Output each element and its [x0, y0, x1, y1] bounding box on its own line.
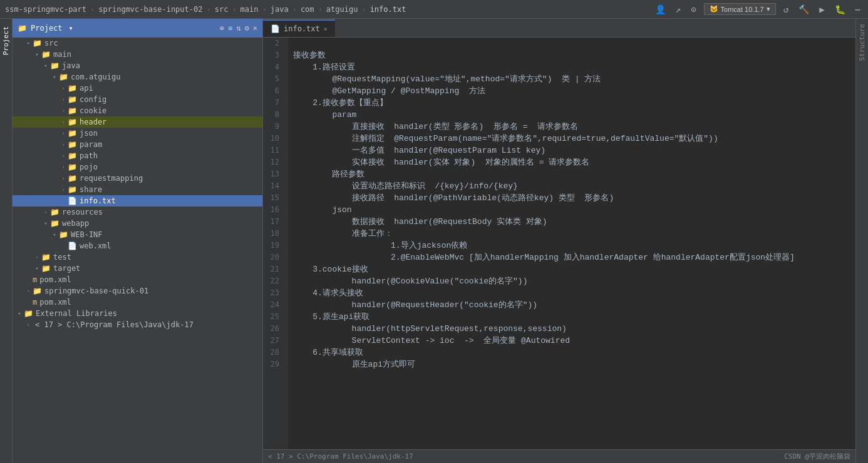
- tree-arrow: ▾: [15, 310, 24, 317]
- tree-item-WEB_INF[interactable]: ▾📁WEB-INF: [13, 229, 262, 240]
- tree-item-info_txt[interactable]: 📄info.txt: [13, 195, 262, 206]
- tree-item-label: target: [53, 264, 80, 273]
- toolbar-close-icon[interactable]: ×: [253, 24, 257, 33]
- tab-close-icon[interactable]: ×: [324, 26, 328, 33]
- code-line-16: json: [293, 204, 850, 216]
- tree-arrow: ›: [59, 153, 68, 159]
- code-line-15: 接收路径 handler(@PathVariable(动态路径key) 类型 形…: [293, 192, 850, 204]
- tree-item-webapp[interactable]: ▾📁webapp: [13, 218, 262, 229]
- bottom-bar: < 17 > C:\Program Files\Java\jdk-17 CSDN…: [263, 449, 855, 463]
- tree-item-label: path: [80, 151, 98, 160]
- tree-item-pom_xml[interactable]: mpom.xml: [13, 297, 262, 308]
- breadcrumb-item-6: com: [301, 5, 314, 14]
- toolbar-settings-icon[interactable]: ⚙: [245, 24, 249, 33]
- folder-icon: 📁: [50, 61, 59, 70]
- line-number-19: 19: [263, 240, 283, 252]
- tree-item-External_Libraries[interactable]: ▾📁External Libraries: [13, 308, 262, 319]
- tree-item-label: pojo: [80, 163, 98, 171]
- tree-item-pom_xml[interactable]: mpom.xml: [13, 274, 262, 285]
- tab-info-txt[interactable]: 📄 info.txt ×: [263, 19, 335, 37]
- line-number-24: 24: [263, 299, 283, 311]
- tree-item-main[interactable]: ▾📁main: [13, 49, 262, 60]
- line-number-29: 29: [263, 359, 283, 370]
- tree-item-__17___C__Program_Files_Java_jdk_17[interactable]: ‹< 17 > C:\Program Files\Java\jdk-17: [13, 319, 262, 330]
- tree-item-com_atguigu[interactable]: ▾📁com.atguigu: [13, 71, 262, 83]
- project-panel: 📁 Project ▾ ⊕ ≡ ⇅ ⚙ × ▾📁src▾📁main▾📁java▾…: [13, 19, 263, 463]
- tree-item-springmvc_base_quick_01[interactable]: ›📁springmvc-base-quick-01: [13, 285, 262, 297]
- code-line-17: 数据接收 handler(@RequestBody 实体类 对象): [293, 216, 850, 228]
- vcs-icon[interactable]: ↗: [673, 3, 683, 16]
- line-number-28: 28: [263, 347, 283, 359]
- tree-item-api[interactable]: ›📁api: [13, 83, 262, 94]
- run-icon[interactable]: ▶: [817, 3, 827, 16]
- tree-item-path[interactable]: ›📁path: [13, 150, 262, 161]
- folder-icon-header: 📁: [18, 24, 27, 33]
- tree-item-label: main: [53, 50, 71, 59]
- tab-file-icon: 📄: [271, 24, 280, 33]
- tree-arrow: ›: [41, 209, 50, 215]
- tree-item-config[interactable]: ›📁config: [13, 94, 262, 105]
- top-bar: ssm-springmvc-part › springmvc-base-inpu…: [0, 0, 868, 19]
- tree-item-label: resources: [62, 208, 103, 216]
- line-number-6: 6: [263, 85, 283, 97]
- tree-arrow: ▾: [33, 51, 41, 58]
- tree-item-json[interactable]: ›📁json: [13, 128, 262, 139]
- tree-item-pojo[interactable]: ›📁pojo: [13, 161, 262, 173]
- tree-item-share[interactable]: ›📁share: [13, 184, 262, 195]
- code-line-9: 直接接收 handler(类型 形参名) 形参名 = 请求参数名: [293, 121, 850, 133]
- person-icon[interactable]: 👤: [653, 3, 668, 16]
- build-icon[interactable]: 🔨: [796, 3, 812, 16]
- side-tabs-left: Project: [0, 19, 13, 463]
- editor-area: 📄 info.txt × 234567891011121314151617181…: [263, 19, 855, 463]
- toolbar-scroll-icon[interactable]: ≡: [228, 24, 232, 33]
- tree-item-param[interactable]: ›📁param: [13, 139, 262, 150]
- tree-arrow: ›: [59, 186, 68, 193]
- folder-icon: 📁: [24, 309, 33, 318]
- debug-icon[interactable]: 🐛: [832, 3, 848, 16]
- tree-item-web_xml[interactable]: 📄web.xml: [13, 240, 262, 252]
- tree-item-label: config: [80, 95, 106, 104]
- code-line-10: 注解指定 @RequestParam(name="请求参数名",required…: [293, 133, 850, 145]
- toolbar-add-icon[interactable]: ⊕: [220, 24, 224, 33]
- breadcrumb-item-1: ssm-springmvc-part: [5, 5, 86, 14]
- tree-item-target[interactable]: ▾📁target: [13, 263, 262, 274]
- project-tab-label[interactable]: Project: [1, 21, 11, 60]
- code-line-22: handler(@CookieValue("cookie的名字")): [293, 275, 850, 287]
- tree-item-label: springmvc-base-quick-01: [44, 287, 148, 295]
- structure-label[interactable]: Structure: [858, 24, 866, 61]
- tree-item-resources[interactable]: ›📁resources: [13, 206, 262, 218]
- folder-icon: 📁: [68, 129, 77, 138]
- tree-arrow: ›: [59, 119, 68, 125]
- code-line-21: 3.cookie接收: [293, 263, 850, 275]
- code-line-13: 路径参数: [293, 168, 850, 180]
- code-line-23: 4.请求头接收: [293, 287, 850, 299]
- line-number-13: 13: [263, 168, 283, 180]
- code-line-4: 1.路径设置: [293, 61, 850, 73]
- breadcrumb-item-2: springmvc-base-input-02: [98, 5, 202, 14]
- tab-label: info.txt: [284, 24, 320, 33]
- refresh-icon[interactable]: ↺: [781, 3, 791, 16]
- tree-item-src[interactable]: ▾📁src: [13, 38, 262, 49]
- project-title: Project: [31, 24, 63, 33]
- breadcrumb-file: info.txt: [370, 5, 406, 14]
- line-number-17: 17: [263, 216, 283, 228]
- code-line-6: @GetMapping / @PostMapping 方法: [293, 85, 850, 97]
- toolbar-expand-icon[interactable]: ⇅: [236, 24, 240, 33]
- folder-icon: 📁: [68, 118, 77, 126]
- tree-item-test[interactable]: ›📁test: [13, 252, 262, 263]
- line-number-5: 5: [263, 73, 283, 85]
- code-area[interactable]: 接收参数 1.路径设置 @RequestMapping(value="地址",m…: [288, 38, 855, 449]
- tomcat-button[interactable]: 🐱 Tomcat 10.1.7 ▾: [704, 3, 776, 15]
- tree-item-label: test: [53, 253, 71, 262]
- more-icon[interactable]: ⋯: [853, 3, 863, 16]
- code-line-2: [293, 38, 850, 49]
- tree-item-java[interactable]: ▾📁java: [13, 60, 262, 71]
- tree-item-header[interactable]: ›📁header: [13, 116, 262, 128]
- cursor-icon[interactable]: ⊙: [688, 3, 698, 16]
- project-dropdown-icon[interactable]: ▾: [69, 24, 73, 33]
- watermark: CSDN @芋泥肉松脑袋: [784, 452, 850, 461]
- folder-icon: 📁: [50, 219, 59, 228]
- tree-item-cookie[interactable]: ›📁cookie: [13, 105, 262, 116]
- tree-arrow: ▾: [41, 63, 50, 69]
- tree-item-requestmapping[interactable]: ›📁requestmapping: [13, 173, 262, 184]
